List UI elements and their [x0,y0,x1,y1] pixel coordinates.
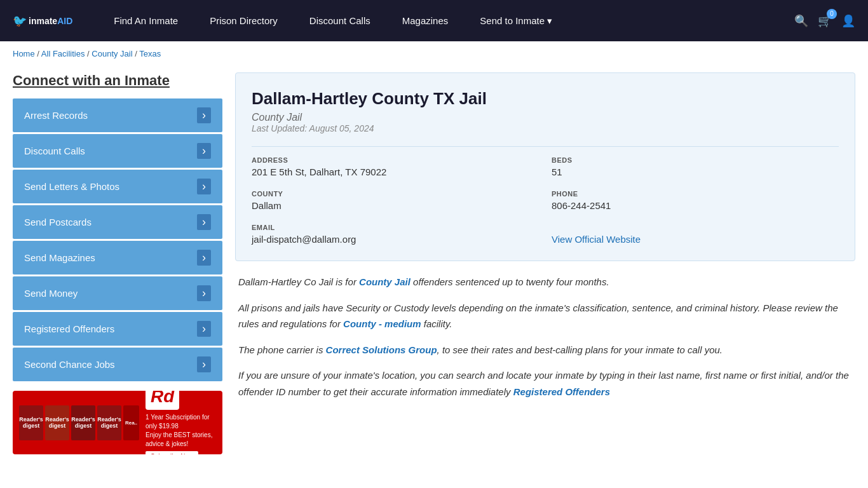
chevron-right-icon: › [197,250,211,266]
logo-bird-icon: 🐦 [13,14,27,28]
nav-find-inmate[interactable]: Find An Inmate [98,0,194,41]
cart-badge: 0 [827,9,837,19]
advertisement-banner[interactable]: Reader'sdigest Reader'sdigest Reader'sdi… [13,391,222,454]
para1-post: offenders sentenced up to twenty four mo… [410,276,609,287]
detail-county: COUNTY Dallam [252,190,539,211]
detail-phone: PHONE 806-244-2541 [552,190,839,211]
description-para1: Dallam-Hartley Co Jail is for County Jai… [238,274,852,290]
sidebar-title: Connect with an Inmate [13,72,222,89]
detail-beds: BEDS 51 [552,156,839,177]
beds-label: BEDS [552,156,839,164]
nav-icons: 🔍 🛒 0 👤 [794,14,855,28]
description-para2: All prisons and jails have Security or C… [238,300,852,332]
sidebar-menu: Arrest Records › Discount Calls › Send L… [13,98,222,381]
registered-offenders-link[interactable]: Registered Offenders [513,386,610,397]
facility-name: Dallam-Hartley County TX Jail [252,89,839,109]
sidebar-item-send-letters[interactable]: Send Letters & Photos › [13,170,222,203]
detail-email: EMAIL jail-dispatch@dallam.org [252,224,539,245]
sidebar-item-label: Send Magazines [24,252,95,263]
chevron-right-icon: › [197,143,211,159]
ad-logo: Rd [146,391,179,410]
navigation: 🐦 inmateAID Find An Inmate Prison Direct… [0,0,868,41]
sidebar-item-arrest-records[interactable]: Arrest Records › [13,98,222,132]
phone-value: 806-244-2541 [552,200,839,211]
description-section: Dallam-Hartley Co Jail is for County Jai… [235,274,855,400]
sidebar-item-second-chance-jobs[interactable]: Second Chance Jobs › [13,348,222,381]
logo-aid-text: AID [57,16,72,26]
detail-address: ADDRESS 201 E 5th St, Dalhart, TX 79022 [252,156,539,177]
sidebar-item-label: Second Chance Jobs [24,359,115,370]
email-label: EMAIL [252,224,539,231]
chevron-right-icon: › [197,356,211,372]
para3-post: , to see their rates and best-calling pl… [437,344,722,355]
facility-card: Dallam-Hartley County TX Jail County Jai… [235,72,855,261]
para2-pre: All prisons and jails have Security or C… [238,302,838,330]
sidebar-item-discount-calls[interactable]: Discount Calls › [13,134,222,168]
description-para3: The phone carrier is Correct Solutions G… [238,342,852,358]
para1-pre: Dallam-Hartley Co Jail is for [238,276,359,287]
sidebar-item-send-money[interactable]: Send Money › [13,276,222,310]
chevron-right-icon: › [197,179,211,194]
phone-label: PHONE [552,190,839,198]
chevron-right-icon: › [197,321,211,337]
user-icon[interactable]: 👤 [841,14,855,28]
nav-prison-directory[interactable]: Prison Directory [194,0,294,41]
email-value: jail-dispatch@dallam.org [252,234,539,245]
sidebar-item-send-magazines[interactable]: Send Magazines › [13,241,222,274]
nav-discount-calls[interactable]: Discount Calls [294,0,386,41]
county-medium-link[interactable]: County - medium [343,318,421,329]
description-para4: If you are unsure of your inmate's locat… [238,367,852,400]
breadcrumb-home[interactable]: Home [13,49,35,58]
sidebar-item-registered-offenders[interactable]: Registered Offenders › [13,312,222,346]
logo-inmate-text: inmate [29,16,57,26]
para2-post: facility. [421,318,452,329]
county-label: COUNTY [252,190,539,198]
para3-pre: The phone carrier is [238,344,326,355]
website-spacer [552,224,839,231]
address-value: 201 E 5th St, Dalhart, TX 79022 [252,166,539,177]
chevron-right-icon: › [197,285,211,301]
beds-value: 51 [552,166,839,177]
sidebar-item-label: Send Letters & Photos [24,181,119,192]
sidebar-item-label: Discount Calls [24,146,85,156]
breadcrumb-county-jail[interactable]: County Jail [92,49,132,58]
chevron-right-icon: › [197,214,211,230]
county-jail-link[interactable]: County Jail [359,276,410,287]
county-value: Dallam [252,200,539,211]
view-official-website-link[interactable]: View Official Website [552,234,641,245]
facility-updated: Last Updated: August 05, 2024 [252,123,839,133]
breadcrumb: Home / All Facilities / County Jail / Te… [0,41,868,66]
breadcrumb-all-facilities[interactable]: All Facilities [41,49,85,58]
sidebar-item-label: Send Money [24,288,78,299]
ad-images: Reader'sdigest Reader'sdigest Reader'sdi… [19,405,139,440]
facility-type: County Jail [252,112,839,123]
search-icon[interactable]: 🔍 [794,14,808,28]
sidebar-item-label: Send Postcards [24,217,92,227]
ad-subscribe-button[interactable]: Subscribe Now [146,451,198,454]
detail-website: View Official Website [552,224,839,245]
sidebar-item-label: Arrest Records [24,110,88,121]
facility-details: ADDRESS 201 E 5th St, Dalhart, TX 79022 … [252,146,839,245]
ad-line2: Enjoy the BEST stories, advice & jokes! [146,431,216,449]
nav-magazines[interactable]: Magazines [386,0,465,41]
chevron-right-icon: › [197,107,211,123]
ad-text: 1 Year Subscription for only $19.98 Enjo… [146,413,216,454]
breadcrumb-state[interactable]: Texas [139,49,161,58]
ad-line1: 1 Year Subscription for only $19.98 [146,413,216,431]
main-container: Connect with an Inmate Arrest Records › … [0,66,868,461]
address-label: ADDRESS [252,156,539,164]
nav-send-to-inmate[interactable]: Send to Inmate ▾ [464,0,568,41]
nav-links: Find An Inmate Prison Directory Discount… [98,0,794,41]
sidebar-item-label: Registered Offenders [24,323,114,334]
sidebar-item-send-postcards[interactable]: Send Postcards › [13,205,222,239]
logo-text: inmateAID [29,16,72,26]
cart-icon[interactable]: 🛒 0 [818,14,832,28]
correct-solutions-link[interactable]: Correct Solutions Group [326,344,437,355]
logo[interactable]: 🐦 inmateAID [13,14,72,28]
sidebar: Connect with an Inmate Arrest Records › … [13,72,222,454]
main-content: Dallam-Hartley County TX Jail County Jai… [235,72,855,454]
